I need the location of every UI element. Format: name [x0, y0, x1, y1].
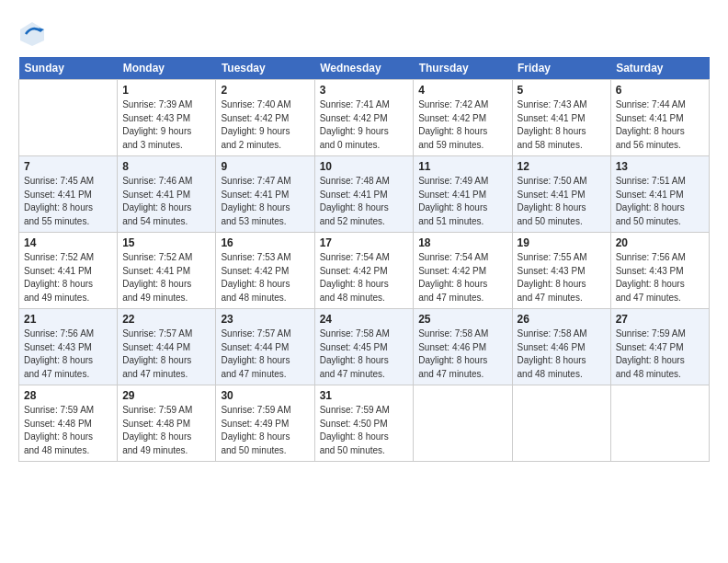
calendar-cell: 25Sunrise: 7:58 AM Sunset: 4:46 PM Dayli…: [414, 309, 512, 385]
day-number: 1: [122, 84, 210, 97]
calendar-cell: 9Sunrise: 7:47 AM Sunset: 4:41 PM Daylig…: [216, 156, 314, 233]
weekday-header-monday: Monday: [118, 57, 216, 80]
calendar-cell: [610, 385, 709, 462]
day-number: 13: [616, 160, 704, 173]
weekday-header-friday: Friday: [512, 57, 610, 80]
cell-info: Sunrise: 7:58 AM Sunset: 4:45 PM Dayligh…: [320, 327, 409, 381]
calendar-cell: 19Sunrise: 7:55 AM Sunset: 4:43 PM Dayli…: [512, 233, 610, 309]
cell-info: Sunrise: 7:59 AM Sunset: 4:48 PM Dayligh…: [122, 404, 210, 457]
calendar-cell: 23Sunrise: 7:57 AM Sunset: 4:44 PM Dayli…: [216, 309, 314, 385]
calendar-cell: 15Sunrise: 7:52 AM Sunset: 4:41 PM Dayli…: [118, 233, 216, 309]
day-number: 19: [518, 236, 606, 249]
day-number: 2: [221, 84, 309, 97]
day-number: 14: [24, 236, 112, 249]
calendar-cell: 3Sunrise: 7:41 AM Sunset: 4:42 PM Daylig…: [314, 80, 414, 156]
weekday-header-wednesday: Wednesday: [314, 57, 414, 80]
cell-info: Sunrise: 7:59 AM Sunset: 4:47 PM Dayligh…: [616, 327, 704, 381]
day-number: 7: [24, 160, 112, 173]
cell-info: Sunrise: 7:58 AM Sunset: 4:46 PM Dayligh…: [418, 327, 506, 381]
cell-info: Sunrise: 7:49 AM Sunset: 4:41 PM Dayligh…: [418, 175, 506, 228]
calendar-cell: 26Sunrise: 7:58 AM Sunset: 4:46 PM Dayli…: [512, 309, 610, 385]
calendar-cell: [512, 385, 610, 462]
day-number: 3: [320, 84, 409, 97]
calendar-cell: 28Sunrise: 7:59 AM Sunset: 4:48 PM Dayli…: [19, 385, 118, 462]
day-number: 18: [418, 236, 506, 249]
cell-info: Sunrise: 7:43 AM Sunset: 4:41 PM Dayligh…: [518, 98, 606, 152]
calendar-cell: 2Sunrise: 7:40 AM Sunset: 4:42 PM Daylig…: [216, 80, 314, 156]
cell-info: Sunrise: 7:57 AM Sunset: 4:44 PM Dayligh…: [221, 327, 309, 381]
cell-info: Sunrise: 7:56 AM Sunset: 4:43 PM Dayligh…: [616, 251, 704, 304]
calendar-cell: 6Sunrise: 7:44 AM Sunset: 4:41 PM Daylig…: [610, 80, 709, 156]
logo-icon: [18, 20, 46, 48]
header: [18, 17, 710, 48]
calendar-cell: 14Sunrise: 7:52 AM Sunset: 4:41 PM Dayli…: [19, 233, 118, 309]
cell-info: Sunrise: 7:55 AM Sunset: 4:43 PM Dayligh…: [518, 251, 606, 304]
day-number: 29: [122, 389, 210, 402]
calendar-cell: 24Sunrise: 7:58 AM Sunset: 4:45 PM Dayli…: [314, 309, 414, 385]
day-number: 26: [518, 313, 606, 326]
day-number: 8: [122, 160, 210, 173]
calendar-cell: 10Sunrise: 7:48 AM Sunset: 4:41 PM Dayli…: [314, 156, 414, 233]
week-row-2: 7Sunrise: 7:45 AM Sunset: 4:41 PM Daylig…: [19, 156, 710, 233]
calendar-cell: 13Sunrise: 7:51 AM Sunset: 4:41 PM Dayli…: [610, 156, 709, 233]
calendar-cell: 1Sunrise: 7:39 AM Sunset: 4:43 PM Daylig…: [118, 80, 216, 156]
cell-info: Sunrise: 7:40 AM Sunset: 4:42 PM Dayligh…: [221, 98, 309, 152]
calendar-cell: 31Sunrise: 7:59 AM Sunset: 4:50 PM Dayli…: [314, 385, 414, 462]
cell-info: Sunrise: 7:59 AM Sunset: 4:50 PM Dayligh…: [320, 404, 409, 457]
calendar-cell: 22Sunrise: 7:57 AM Sunset: 4:44 PM Dayli…: [118, 309, 216, 385]
cell-info: Sunrise: 7:52 AM Sunset: 4:41 PM Dayligh…: [24, 251, 112, 304]
calendar-cell: 5Sunrise: 7:43 AM Sunset: 4:41 PM Daylig…: [512, 80, 610, 156]
weekday-header-sunday: Sunday: [19, 57, 118, 80]
cell-info: Sunrise: 7:54 AM Sunset: 4:42 PM Dayligh…: [418, 251, 506, 304]
calendar-cell: 17Sunrise: 7:54 AM Sunset: 4:42 PM Dayli…: [314, 233, 414, 309]
week-row-4: 21Sunrise: 7:56 AM Sunset: 4:43 PM Dayli…: [19, 309, 710, 385]
day-number: 31: [320, 389, 409, 402]
cell-info: Sunrise: 7:39 AM Sunset: 4:43 PM Dayligh…: [122, 98, 210, 152]
day-number: 22: [122, 313, 210, 326]
cell-info: Sunrise: 7:41 AM Sunset: 4:42 PM Dayligh…: [320, 98, 409, 152]
cell-info: Sunrise: 7:45 AM Sunset: 4:41 PM Dayligh…: [24, 175, 112, 228]
week-row-5: 28Sunrise: 7:59 AM Sunset: 4:48 PM Dayli…: [19, 385, 710, 462]
day-number: 6: [616, 84, 704, 97]
week-row-1: 1Sunrise: 7:39 AM Sunset: 4:43 PM Daylig…: [19, 80, 710, 156]
cell-info: Sunrise: 7:51 AM Sunset: 4:41 PM Dayligh…: [616, 175, 704, 228]
cell-info: Sunrise: 7:56 AM Sunset: 4:43 PM Dayligh…: [24, 327, 112, 381]
calendar-table: SundayMondayTuesdayWednesdayThursdayFrid…: [18, 57, 710, 462]
day-number: 23: [221, 313, 309, 326]
calendar-cell: [414, 385, 512, 462]
day-number: 27: [616, 313, 704, 326]
day-number: 30: [221, 389, 309, 402]
cell-info: Sunrise: 7:59 AM Sunset: 4:48 PM Dayligh…: [24, 404, 112, 457]
day-number: 16: [221, 236, 309, 249]
cell-info: Sunrise: 7:53 AM Sunset: 4:42 PM Dayligh…: [221, 251, 309, 304]
weekday-header-tuesday: Tuesday: [216, 57, 314, 80]
cell-info: Sunrise: 7:54 AM Sunset: 4:42 PM Dayligh…: [320, 251, 409, 304]
day-number: 28: [24, 389, 112, 402]
logo: [18, 20, 50, 48]
day-number: 25: [418, 313, 506, 326]
cell-info: Sunrise: 7:48 AM Sunset: 4:41 PM Dayligh…: [320, 175, 409, 228]
calendar-cell: 16Sunrise: 7:53 AM Sunset: 4:42 PM Dayli…: [216, 233, 314, 309]
weekday-header-row: SundayMondayTuesdayWednesdayThursdayFrid…: [19, 57, 710, 80]
svg-marker-0: [20, 22, 44, 46]
day-number: 17: [320, 236, 409, 249]
cell-info: Sunrise: 7:58 AM Sunset: 4:46 PM Dayligh…: [518, 327, 606, 381]
calendar-cell: 18Sunrise: 7:54 AM Sunset: 4:42 PM Dayli…: [414, 233, 512, 309]
weekday-header-thursday: Thursday: [414, 57, 512, 80]
day-number: 24: [320, 313, 409, 326]
day-number: 4: [418, 84, 506, 97]
calendar-cell: 30Sunrise: 7:59 AM Sunset: 4:49 PM Dayli…: [216, 385, 314, 462]
calendar-cell: 12Sunrise: 7:50 AM Sunset: 4:41 PM Dayli…: [512, 156, 610, 233]
day-number: 11: [418, 160, 506, 173]
calendar-cell: 21Sunrise: 7:56 AM Sunset: 4:43 PM Dayli…: [19, 309, 118, 385]
day-number: 21: [24, 313, 112, 326]
cell-info: Sunrise: 7:47 AM Sunset: 4:41 PM Dayligh…: [221, 175, 309, 228]
day-number: 12: [518, 160, 606, 173]
cell-info: Sunrise: 7:50 AM Sunset: 4:41 PM Dayligh…: [518, 175, 606, 228]
cell-info: Sunrise: 7:57 AM Sunset: 4:44 PM Dayligh…: [122, 327, 210, 381]
calendar-cell: 27Sunrise: 7:59 AM Sunset: 4:47 PM Dayli…: [610, 309, 709, 385]
cell-info: Sunrise: 7:52 AM Sunset: 4:41 PM Dayligh…: [122, 251, 210, 304]
day-number: 5: [518, 84, 606, 97]
calendar-cell: 29Sunrise: 7:59 AM Sunset: 4:48 PM Dayli…: [118, 385, 216, 462]
weekday-header-saturday: Saturday: [610, 57, 709, 80]
